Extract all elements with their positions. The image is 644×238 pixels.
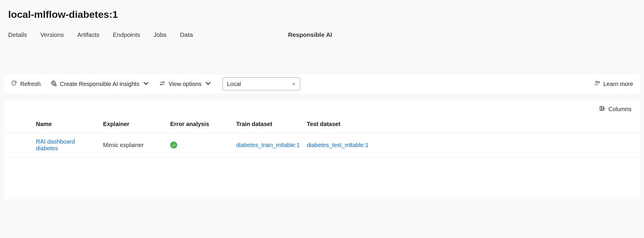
- toolbar: Refresh Create Responsible AI insights: [4, 73, 640, 94]
- tab-data[interactable]: Data: [180, 31, 193, 41]
- success-status-icon: [170, 142, 177, 149]
- refresh-button[interactable]: Refresh: [11, 80, 41, 88]
- chevron-down-icon: [205, 80, 211, 88]
- chevron-down-icon: [143, 80, 149, 88]
- sliders-icon: [159, 80, 166, 88]
- learn-more-label: Learn more: [603, 81, 633, 87]
- tab-versions[interactable]: Versions: [40, 31, 64, 41]
- insight-name-link[interactable]: RAI dashboard diabetes: [36, 138, 75, 151]
- column-header-train-dataset[interactable]: Train dataset: [233, 115, 303, 133]
- svg-point-8: [596, 81, 597, 83]
- scope-dropdown-value: Local: [227, 81, 241, 87]
- column-header-error-analysis[interactable]: Error analysis: [167, 115, 233, 133]
- view-options-label: View options: [168, 81, 201, 87]
- globe-plus-icon: [51, 80, 57, 88]
- table-row: RAI dashboard diabetes Mimic explainer: [4, 133, 640, 157]
- tab-endpoints[interactable]: Endpoints: [113, 31, 140, 41]
- column-header-explainer[interactable]: Explainer: [100, 115, 167, 133]
- columns-label: Columns: [608, 106, 631, 113]
- page-title: local-mlflow-diabetes:1: [0, 6, 644, 26]
- columns-button[interactable]: Columns: [599, 105, 631, 113]
- svg-rect-11: [602, 106, 603, 111]
- test-dataset-link[interactable]: diabetes_test_mltable:1: [307, 142, 368, 148]
- column-header-name[interactable]: Name: [32, 115, 100, 133]
- svg-rect-10: [600, 106, 601, 111]
- svg-point-7: [161, 84, 162, 85]
- refresh-label: Refresh: [20, 81, 41, 87]
- view-options-button[interactable]: View options: [159, 80, 211, 88]
- scope-dropdown[interactable]: Local: [222, 77, 300, 90]
- tab-details[interactable]: Details: [8, 31, 27, 41]
- tab-responsible-ai[interactable]: Responsible AI: [288, 31, 332, 41]
- refresh-icon: [11, 80, 17, 88]
- chevron-down-icon: [292, 81, 296, 87]
- learn-icon: [594, 80, 601, 88]
- tabs-nav: Details Versions Artifacts Endpoints Job…: [0, 26, 644, 41]
- svg-point-5: [163, 82, 164, 83]
- create-rai-label: Create Responsible AI insights: [60, 81, 139, 87]
- content-card: Columns Name Explainer Error analysis Tr…: [4, 100, 640, 199]
- insights-table: Name Explainer Error analysis Train data…: [4, 115, 640, 157]
- create-rai-button[interactable]: Create Responsible AI insights: [51, 80, 149, 88]
- learn-more-button[interactable]: Learn more: [594, 80, 633, 88]
- tab-artifacts[interactable]: Artifacts: [77, 31, 100, 41]
- column-header-test-dataset[interactable]: Test dataset: [303, 115, 640, 133]
- train-dataset-link[interactable]: diabetes_train_mltable:1: [236, 142, 300, 148]
- tab-jobs[interactable]: Jobs: [154, 31, 166, 41]
- explainer-cell: Mimic explainer: [100, 133, 167, 157]
- columns-icon: [599, 105, 605, 113]
